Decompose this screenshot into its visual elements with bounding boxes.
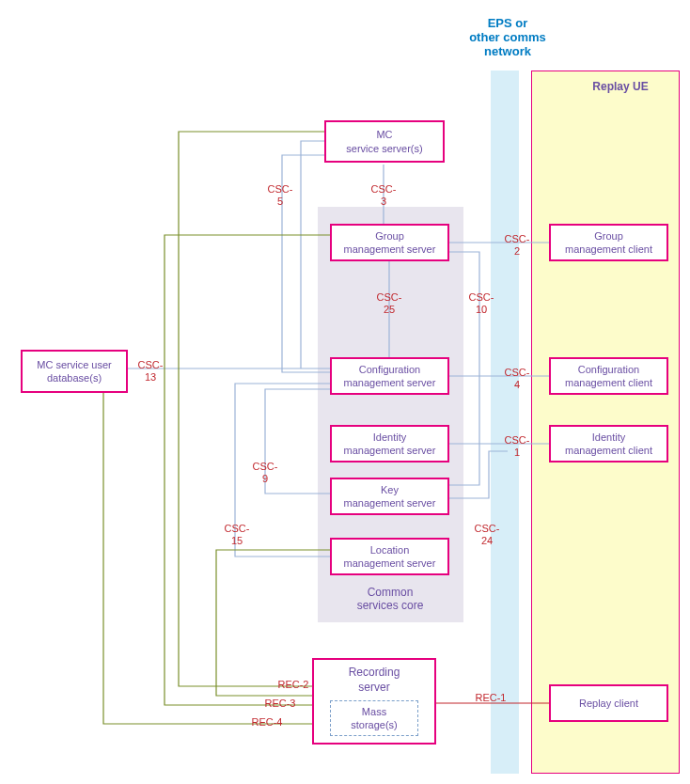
node-identity-management-server: Identity management server [330, 425, 449, 463]
node-recording-server: Recording server Mass storage(s) [312, 658, 436, 745]
node-mc-service-server: MC service server(s) [324, 120, 445, 163]
label-rec-2: REC-2 [273, 679, 314, 691]
node-mass-storage: Mass storage(s) [330, 700, 418, 736]
label-csc-9: CSC- 9 [246, 461, 284, 485]
label-rec-3: REC-3 [259, 698, 301, 710]
node-configuration-management-client: Configuration management client [549, 357, 668, 395]
label-csc-24: CSC- 24 [468, 523, 506, 547]
label-csc-1: CSC- 1 [498, 434, 536, 459]
label-rec-1: REC-1 [470, 692, 511, 704]
node-identity-management-client: Identity management client [549, 425, 668, 463]
node-key-management-server: Key management server [330, 478, 449, 515]
label-csc-13: CSC- 13 [132, 359, 169, 384]
node-configuration-management-server: Configuration management server [330, 357, 449, 395]
title-recording-server: Recording server [349, 666, 400, 695]
label-csc-10: CSC- 10 [463, 291, 500, 316]
label-csc-5: CSC- 5 [261, 183, 299, 208]
node-group-management-server: Group management server [330, 224, 449, 261]
node-group-management-client: Group management client [549, 224, 668, 261]
node-location-management-server: Location management server [330, 538, 449, 575]
diagram-stage: EPS or other comms network Replay UE Com… [0, 0, 690, 784]
label-csc-2: CSC- 2 [498, 233, 536, 258]
label-csc-3: CSC- 3 [365, 183, 402, 208]
label-csc-4: CSC- 4 [498, 367, 536, 391]
label-rec-4: REC-4 [246, 716, 288, 729]
node-mc-service-user-db: MC service user database(s) [21, 350, 128, 393]
label-csc-15: CSC- 15 [218, 523, 256, 547]
node-replay-client: Replay client [549, 684, 668, 722]
label-csc-25: CSC- 25 [370, 291, 408, 316]
